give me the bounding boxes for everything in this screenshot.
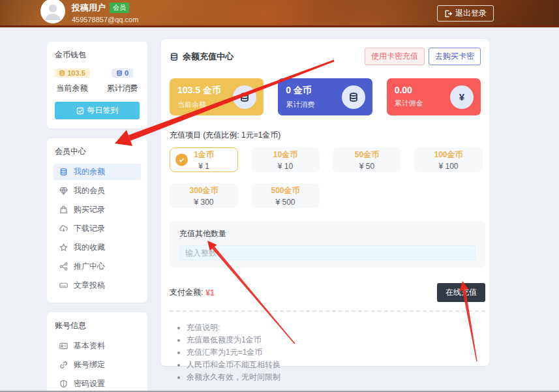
- sidebar-item-basic-profile[interactable]: 基本资料: [53, 338, 141, 354]
- sidebar-item-label: 文章投稿: [74, 280, 105, 291]
- option-300-coin[interactable]: 300金币 ¥ 300: [170, 183, 238, 208]
- option-price: ¥ 500: [275, 198, 295, 207]
- checkbox-icon: [76, 107, 84, 115]
- keyboard-icon: [59, 281, 68, 290]
- username: 投稿用户: [72, 2, 106, 14]
- sidebar-item-label: 下载记录: [74, 223, 105, 234]
- amount-input[interactable]: [179, 245, 476, 260]
- coins-icon: [59, 70, 65, 76]
- recharge-notes: 充值说明: 充值最低额度为1金币 充值汇率为1元=1金币 人民币和金币不能互相转…: [187, 322, 474, 384]
- sidebar-item-label: 购买记录: [74, 204, 105, 215]
- sidebar-item-download-history[interactable]: 下载记录: [53, 220, 141, 237]
- logout-button[interactable]: 退出登录: [437, 5, 494, 22]
- cloud-download-icon: [59, 224, 68, 233]
- sidebar-item-article-submission[interactable]: 文章投稿: [53, 277, 141, 294]
- avatar: [40, 0, 65, 23]
- payment-amount: ¥1: [205, 288, 214, 297]
- spend-value: 0: [125, 69, 128, 77]
- daily-checkin-button[interactable]: 每日签到: [55, 102, 140, 119]
- balance-pill: 103.5: [54, 68, 90, 78]
- option-500-coin[interactable]: 500金币 ¥ 500: [251, 183, 320, 208]
- option-amount: 10金币: [273, 149, 297, 160]
- user-info: 投稿用户 会员 459578857@qq.com: [72, 2, 138, 23]
- sidebar-item-label: 推广中心: [74, 261, 105, 272]
- option-100-coin[interactable]: 100金币 ¥ 100: [414, 147, 483, 172]
- note-item: 余额永久有效，无时间限制: [187, 371, 474, 384]
- options-grid: 1金币 ¥ 1 10金币 ¥ 10 50金币 ¥ 50 100金币 ¥ 100 …: [170, 147, 481, 208]
- option-10-coin[interactable]: 10金币 ¥ 10: [251, 147, 320, 172]
- option-amount: 1金币: [194, 149, 214, 160]
- account-info-card: 账号信息 基本资料 账号绑定: [47, 312, 147, 392]
- payment-label: 支付金额:: [170, 287, 203, 298]
- sidebar-item-label: 我的收藏: [74, 242, 105, 253]
- sidebar-item-account-binding[interactable]: 账号绑定: [53, 357, 141, 373]
- note-item: 充值说明:: [187, 322, 474, 334]
- sidebar-item-purchase-history[interactable]: 购买记录: [53, 202, 141, 218]
- note-item: 人民币和金币不能互相转换: [187, 359, 474, 371]
- account-section-title: 账号信息: [47, 319, 147, 335]
- user-email: 459578857@qq.com: [72, 16, 138, 23]
- stats-row: 103.5 金币 当前余额 0 金币 累计消费 0.00: [170, 78, 481, 115]
- shield-icon: [59, 380, 68, 388]
- current-balance-card: 103.5 金币 当前余额: [170, 78, 264, 115]
- note-item: 充值最低额度为1金币: [187, 334, 474, 346]
- logout-label: 退出登录: [455, 8, 487, 19]
- spend-label: 累计消费: [97, 83, 147, 94]
- option-amount: 50金币: [355, 149, 379, 160]
- sidebar-item-label: 账号绑定: [74, 359, 105, 370]
- sidebar-item-my-membership[interactable]: 我的会员: [53, 183, 141, 199]
- sidebar-item-label: 我的余额: [74, 166, 105, 177]
- member-badge: 会员: [110, 3, 129, 13]
- option-price: ¥ 300: [194, 198, 213, 207]
- option-price: ¥ 10: [278, 162, 293, 171]
- coins-icon: [342, 85, 365, 109]
- sidebar-item-password-settings[interactable]: 密码设置: [53, 376, 141, 392]
- user-icon: [42, 0, 64, 22]
- checkin-label: 每日签到: [87, 105, 119, 116]
- buy-card-button[interactable]: 去购买卡密: [429, 48, 481, 65]
- other-amount-label: 充值其他数量: [179, 228, 476, 239]
- member-center-card: 会员中心 我的余额 我的会员: [47, 138, 147, 303]
- id-card-icon: [59, 342, 68, 350]
- yen-glyph: ¥: [459, 91, 464, 102]
- option-price: ¥ 1: [198, 162, 209, 171]
- sidebar-item-label: 基本资料: [74, 340, 105, 352]
- coins-icon: [116, 70, 123, 76]
- option-amount: 300金币: [189, 185, 218, 196]
- top-bar: 投稿用户 会员 459578857@qq.com 退出登录: [0, 0, 559, 27]
- sidebar-item-my-balance[interactable]: 我的余额: [53, 164, 141, 180]
- option-amount: 100金币: [434, 149, 462, 160]
- recharge-center-card: 余额充值中心 使用卡密充值 去购买卡密 103.5 金币 当前余额 0 金币 累…: [161, 39, 489, 366]
- total-commission-card: 0.00 累计佣金 ¥: [387, 78, 481, 115]
- sidebar-item-my-favorites[interactable]: 我的收藏: [53, 239, 141, 256]
- logout-icon: [444, 10, 452, 18]
- card-recharge-button[interactable]: 使用卡密充值: [365, 48, 425, 65]
- coins-icon: [59, 168, 68, 176]
- sidebar-item-promotion-center[interactable]: 推广中心: [53, 258, 141, 275]
- other-amount-panel: 充值其他数量: [170, 221, 485, 268]
- coins-icon: [233, 85, 256, 109]
- spend-pill: 0: [112, 68, 133, 78]
- option-price: ¥ 50: [359, 162, 374, 171]
- balance-label: 当前余额: [47, 83, 97, 94]
- spend-stat: 0 累计消费: [97, 67, 147, 94]
- option-50-coin[interactable]: 50金币 ¥ 50: [333, 147, 401, 172]
- wallet-card: 金币钱包 103.5 当前余额 0: [47, 42, 147, 128]
- link-icon: [59, 361, 68, 369]
- share-icon: [59, 262, 68, 271]
- option-1-coin[interactable]: 1金币 ¥ 1: [170, 147, 238, 172]
- payment-row: 支付金额: ¥1 在线充值: [170, 283, 485, 302]
- page-title-label: 余额充值中心: [183, 51, 234, 63]
- sidebar-item-label: 密码设置: [74, 378, 105, 389]
- total-spend-card: 0 金币 累计消费: [278, 78, 372, 115]
- balance-value: 103.5: [67, 69, 85, 77]
- divider: [170, 310, 485, 312]
- wallet-title: 金币钱包: [47, 48, 147, 65]
- sidebar-item-label: 我的会员: [74, 185, 105, 196]
- page: 投稿用户 会员 459578857@qq.com 退出登录 金币钱包: [0, 0, 559, 392]
- online-recharge-button[interactable]: 在线充值: [437, 283, 485, 302]
- sidebar: 金币钱包 103.5 当前余额 0: [47, 42, 147, 392]
- options-title: 充值项目 (充值比例: 1元=1金币): [170, 130, 481, 141]
- coins-icon: [170, 52, 179, 61]
- page-title: 余额充值中心: [170, 51, 234, 63]
